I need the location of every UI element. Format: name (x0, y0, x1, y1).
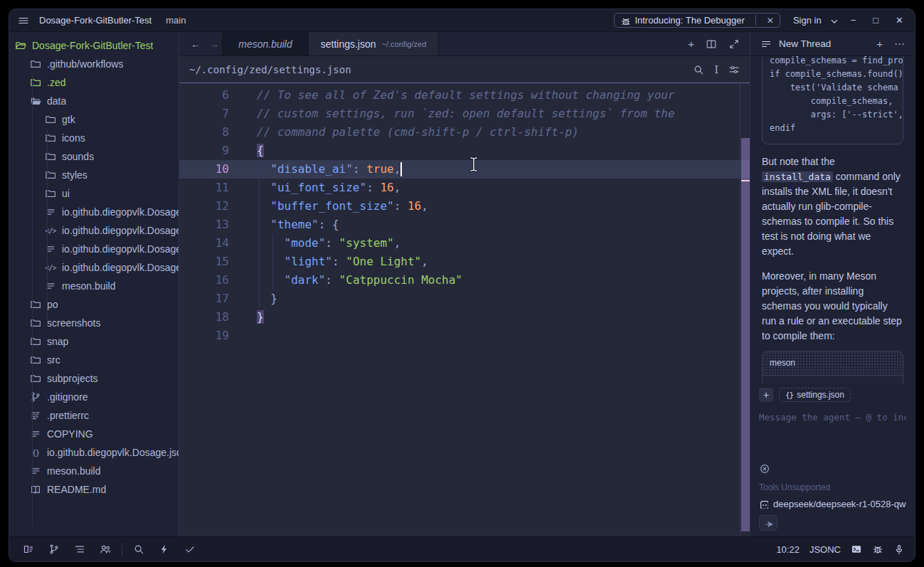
dismiss-announcement-button[interactable]: ✕ (761, 16, 780, 26)
debugger-panel-icon[interactable] (872, 544, 883, 555)
code-token: , (394, 162, 401, 176)
chevron-down-icon[interactable] (829, 16, 838, 25)
burn-mode-icon[interactable] (759, 463, 770, 475)
file-tree-item[interactable]: snap (9, 332, 179, 351)
agent-message-input[interactable]: Message the agent — @ to inclu (759, 412, 906, 423)
file-tree-item[interactable]: </>io.github.diegopvlk.Dosage (9, 221, 179, 240)
diagnostics-button[interactable] (181, 541, 199, 558)
code-line[interactable]: 12 "buffer_font_size": 16, (179, 197, 750, 216)
terminal-panel-icon[interactable] (851, 544, 862, 555)
file-tree-item[interactable]: icons (9, 129, 179, 147)
breadcrumb[interactable]: ~/.config/zed/settings.json (189, 64, 351, 75)
file-tree-item[interactable]: data (9, 92, 179, 110)
scrollbar-cursor-marker (741, 180, 750, 181)
branch-name[interactable]: main (166, 15, 186, 26)
file-tree-item[interactable]: io.github.diegopvlk.Dosage (9, 240, 179, 258)
file-tree-item[interactable]: ui (9, 184, 179, 203)
new-thread-button[interactable]: + (876, 38, 883, 51)
tools-unsupported-label: Tools Unsupported (759, 482, 906, 492)
code-line[interactable]: 15 "light": "One Light", (179, 253, 750, 271)
maximize-button[interactable]: □ (873, 15, 878, 26)
git-panel-toggle[interactable] (45, 541, 63, 558)
sign-in-button[interactable]: Sign in (793, 15, 822, 26)
code-line[interactable]: 17 } (179, 290, 750, 308)
code-line[interactable]: 19 (179, 327, 750, 345)
model-selector[interactable]: deepseek/deepseek-r1-0528-qwen3- (759, 499, 906, 509)
code-line[interactable]: 14 "mode": "system", (179, 234, 750, 253)
inline-assist-icon[interactable]: I (714, 64, 718, 75)
file-tree-item[interactable]: .gitignore (9, 388, 179, 406)
code-line-text: // custom settings, run `zed: open defau… (257, 105, 675, 123)
code-line[interactable]: 18} (179, 308, 750, 327)
code-line[interactable]: 10 "disable_ai": true, (179, 160, 750, 179)
file-tree-item[interactable]: Dosage-Fork-GitButler-Test (9, 36, 179, 55)
search-button[interactable] (129, 541, 148, 558)
file-tree-item-label: io.github.diegopvlk.Dosage (62, 243, 179, 255)
code-editor[interactable]: 6// To see all of Zed's default settings… (179, 83, 750, 536)
file-tree-item[interactable]: COPYING (9, 425, 179, 443)
code-token: " (270, 162, 277, 176)
send-message-button[interactable] (759, 515, 777, 531)
code-line[interactable]: 11 "ui_font_size": 16, (179, 179, 750, 197)
line-number: 8 (179, 123, 229, 142)
file-tree-item[interactable]: meson.build (9, 462, 179, 480)
file-tree-item[interactable]: io.github.diegopvlk.Dosage (9, 203, 179, 221)
file-tree-item[interactable]: styles (9, 166, 179, 184)
split-pane-icon[interactable] (706, 38, 717, 50)
quick-actions-button[interactable] (155, 541, 174, 558)
scrollbar-thumb[interactable] (741, 138, 750, 531)
project-panel-toggle[interactable] (19, 541, 38, 558)
file-tree-item[interactable]: .github/workflows (9, 55, 179, 73)
tab-label: meson.build (238, 38, 292, 50)
file-tree-item[interactable]: meson.build (9, 277, 179, 295)
agent-conversation[interactable]: compile_schemas = find_pro if compile_sc… (750, 56, 915, 383)
tab-meson-build[interactable]: meson.build (222, 32, 309, 55)
add-context-button[interactable]: + (759, 388, 773, 402)
file-tree-item[interactable]: gtk (9, 110, 179, 129)
app-menu-icon[interactable] (18, 15, 29, 26)
outline-panel-toggle[interactable] (70, 541, 89, 558)
file-tree-item[interactable]: sounds (9, 147, 179, 166)
tab-settings-json[interactable]: settings.json ~/.config/zed (309, 32, 439, 55)
file-tree-item[interactable]: .zed (9, 73, 179, 92)
code-line[interactable]: 16 "dark": "Catppuccin Mocha" (179, 271, 750, 290)
nav-back-button[interactable]: ← (191, 38, 201, 50)
line-number: 6 (179, 86, 229, 105)
folder-icon (30, 58, 41, 70)
new-tab-button[interactable]: + (688, 38, 694, 50)
close-window-button[interactable]: ✕ (896, 15, 903, 26)
expand-pane-icon[interactable] (728, 38, 740, 50)
nav-forward-button[interactable]: → (209, 38, 219, 50)
file-tree-item[interactable]: po (9, 295, 179, 314)
file-tree-item[interactable]: screenshots (9, 314, 179, 332)
editor-scrollbar[interactable] (740, 83, 750, 536)
minimize-button[interactable]: − (851, 15, 856, 26)
file-tree-item[interactable]: README.md (9, 480, 179, 499)
plus-icon: + (763, 389, 769, 401)
code-line[interactable]: 13 "theme": { (179, 216, 750, 234)
collab-panel-toggle[interactable] (96, 541, 115, 558)
agent-menu-button[interactable]: ⋯ (894, 38, 905, 51)
code-line[interactable]: 9{ (179, 142, 750, 160)
file-tree-item[interactable]: {}io.github.diegopvlk.Dosage.json (9, 443, 179, 462)
file-tree-item[interactable]: src (9, 351, 179, 369)
file-tree-item[interactable]: subprojects (9, 369, 179, 388)
code-line[interactable]: 7// custom settings, run `zed: open defa… (179, 105, 750, 123)
code-line[interactable]: 8// command palette (cmd-shift-p / ctrl-… (179, 123, 750, 142)
project-name[interactable]: Dosage-Fork-GitButler-Test (39, 15, 152, 26)
debugger-announcement-button[interactable]: Introducing: The Debugger ✕ (614, 13, 780, 28)
thread-history-icon[interactable] (760, 38, 772, 50)
context-chip-settings-json[interactable]: {} settings.json (779, 388, 851, 402)
cursor-position[interactable]: 10:22 (776, 544, 800, 555)
indent-guide (272, 234, 273, 290)
code-line[interactable]: 6// To see all of Zed's default settings… (179, 86, 750, 105)
editor-settings-icon[interactable] (728, 64, 740, 75)
microphone-icon[interactable] (893, 544, 905, 555)
json-file-icon: {} (785, 391, 793, 400)
project-panel: Dosage-Fork-GitButler-Test.github/workfl… (9, 32, 179, 536)
file-tree-item[interactable]: .prettierrc (9, 406, 179, 425)
code-token: , (421, 255, 428, 268)
file-tree-item[interactable]: </>io.github.diegopvlk.Dosage (9, 258, 179, 277)
language-selector[interactable]: JSONC (809, 544, 841, 555)
buffer-search-icon[interactable] (693, 64, 704, 75)
